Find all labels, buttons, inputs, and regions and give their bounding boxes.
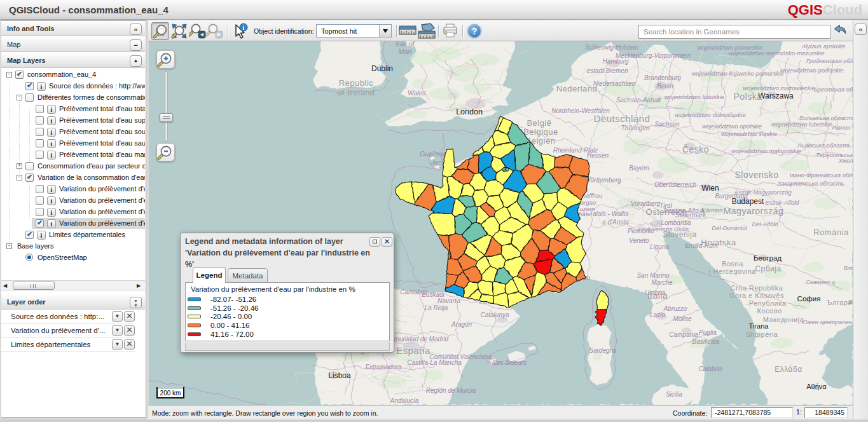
svg-text:La Rioja: La Rioja [425,304,448,311]
svg-text:Thüringen: Thüringen [621,125,649,132]
svg-text:Vorarlberg: Vorarlberg [631,200,661,207]
svg-text:Lombardia: Lombardia [661,219,691,226]
svg-text:Észak-Alföld: Észak-Alföld [766,199,800,206]
svg-text:Lisboa: Lisboa [328,371,351,380]
svg-text:Slovensko: Slovensko [734,170,778,180]
svg-text:Rheinland-Pfalz: Rheinland-Pfalz [553,147,598,154]
svg-text:España: España [396,345,431,356]
svg-text:Београд: Београд [754,254,782,262]
svg-text:Abruzzo: Abruzzo [663,305,687,312]
svg-text:Marche: Marche [651,279,673,286]
svg-text:Хмел: Хмел [837,157,853,164]
svg-text:Warszawa: Warszawa [758,92,794,100]
svg-text:Extremadura: Extremadura [365,364,402,371]
svg-text:Catalunya: Catalunya [480,311,509,318]
svg-text:Ελλάδα: Ελλάδα [775,365,802,374]
svg-text:Česko: Česko [682,144,709,154]
svg-text:Polska: Polska [733,92,762,102]
svg-text:e d'Aosta: e d'Aosta [602,219,629,226]
svg-text:Puglia: Puglia [699,329,717,336]
svg-text:województwo mazowieckie: województwo mazowieckie [743,85,815,92]
svg-text:-Република: -Република [747,299,787,307]
svg-text:Sachsen-Anhalt: Sachsen-Anhalt [616,97,662,104]
svg-text:województwo kujawsko-pomorskie: województwo kujawsko-pomorskie [691,70,783,77]
svg-text:Рівнен: Рівнен [832,124,851,131]
svg-text:województwo lubuskie: województwo lubuskie [665,93,724,100]
svg-text:Deutschland: Deutschland [594,113,651,124]
svg-text:Македонија: Македонија [763,316,804,323]
svg-text:Sardegna: Sardegna [589,347,617,354]
svg-text:Гродненская обл: Гродненская обл [806,57,853,64]
svg-text:Illes Balears: Illes Balears [492,359,527,366]
svg-text:Αθήνα: Αθήνα [806,383,827,390]
svg-text:Trentino-Alto A: Trentino-Alto A [663,207,705,214]
svg-text:Oberösterreich: Oberösterreich [654,181,697,188]
svg-text:Lazio: Lazio [650,311,665,318]
svg-text:San Marino: San Marino [637,272,670,279]
svg-text:Северен ц: Северен ц [806,278,836,285]
svg-text:województwo dolnośląskie: województwo dolnośląskie [675,111,745,118]
svg-text:Calabria: Calabria [698,365,722,372]
svg-text:Alytaus apskritis: Alytaus apskritis [801,43,846,50]
svg-text:województwo podlaskie: województwo podlaskie [780,67,843,74]
svg-text:województwo śląskie: województwo śląskie [721,130,777,137]
svg-text:Aragón: Aragón [451,321,472,328]
svg-text:Umbria: Umbria [645,289,666,296]
svg-text:alais - Wallis: alais - Wallis [593,210,628,217]
svg-text:Emilia-Rom: Emilia-Rom [685,242,718,249]
svg-text:Брестская обл: Брестская обл [813,86,853,93]
svg-text:Bayern: Bayern [629,165,649,172]
svg-text:Косово: Косово [757,307,782,315]
svg-text:Burgenland: Burgenland [715,193,748,200]
svg-text:i Hercegovina: i Hercegovina [709,268,756,275]
svg-text:Basilicata: Basilicata [692,338,720,345]
svg-text:województwo małopolskie: województwo małopolskie [731,147,801,154]
svg-text:Kärnten: Kärnten [701,207,722,214]
svg-text:?: ? [472,26,478,36]
svg-text:België: België [527,118,551,128]
svg-text:Србија: Србија [755,264,781,273]
svg-text:Dublin: Dublin [371,64,393,73]
svg-text:Nederland: Nederland [556,84,598,93]
svg-text:Isle of: Isle of [396,41,415,48]
svg-text:i: i [243,24,245,31]
svg-text:Wien: Wien [701,184,719,193]
svg-text:Hamburg: Hamburg [602,58,629,65]
svg-text:Navarra: Navarra [437,297,460,304]
svg-text:Влд: Влд [844,264,853,271]
svg-text:województwo warmińsko-mazurski: województwo warmińsko-mazurskie [729,50,825,57]
svg-text:Región de Murcia: Región de Murcia [426,387,476,394]
svg-text:Shqipëria: Shqipëria [746,330,778,338]
svg-text:Románia: Románia [813,228,849,237]
svg-text:London: London [456,107,483,116]
svg-text:Schleswig-Holstein: Schleswig-Holstein [585,44,639,51]
svg-text:Campania: Campania [669,331,698,338]
svg-text:Guernse: Guernse [420,150,446,158]
svg-text:Dél-Dunántúl: Dél-Dunántúl [712,224,747,231]
svg-text:Висл: Висл [848,298,853,305]
svg-text:Wales: Wales [408,90,425,97]
svg-text:Niedersachsen: Niedersachsen [593,80,636,87]
svg-text:Dél-Alföld: Dél-Alföld [752,221,778,228]
svg-text:Sachsen: Sachsen [655,121,680,128]
svg-text:województwo lubelskie: województwo lubelskie [771,121,832,128]
svg-text:София: София [797,295,821,303]
svg-text:Magyarország: Magyarország [724,206,784,216]
svg-text:Івано-Франківська обл: Івано-Франківська обл [790,172,853,179]
svg-text:Nordrhein-Westfalen: Nordrhein-Westfalen [551,107,610,114]
svg-text:Liguria: Liguria [650,243,669,250]
svg-text:Friuli-Venezia Giulia: Friuli-Venezia Giulia [638,226,689,233]
svg-text:Южен централен: Южен централен [801,318,852,325]
svg-text:Crna Republika: Crna Republika [731,284,783,292]
svg-text:Bosna: Bosna [722,260,743,268]
svg-text:of Ireland: of Ireland [337,88,375,97]
svg-text:Закарпатська область: Закарпатська область [777,180,844,187]
svg-text:Republic: Republic [339,78,374,88]
svg-text:Veneto: Veneto [629,237,649,244]
svg-text:Andalucía: Andalucía [390,397,419,404]
svg-text:Molise: Molise [673,315,692,322]
svg-text:Man: Man [398,48,411,55]
svg-text:Gora e Kosovës: Gora e Kosovës [729,292,784,299]
svg-text:Castilla-La Mancha: Castilla-La Mancha [407,359,462,366]
svg-text:województwo opolskie: województwo opolskie [702,123,762,130]
